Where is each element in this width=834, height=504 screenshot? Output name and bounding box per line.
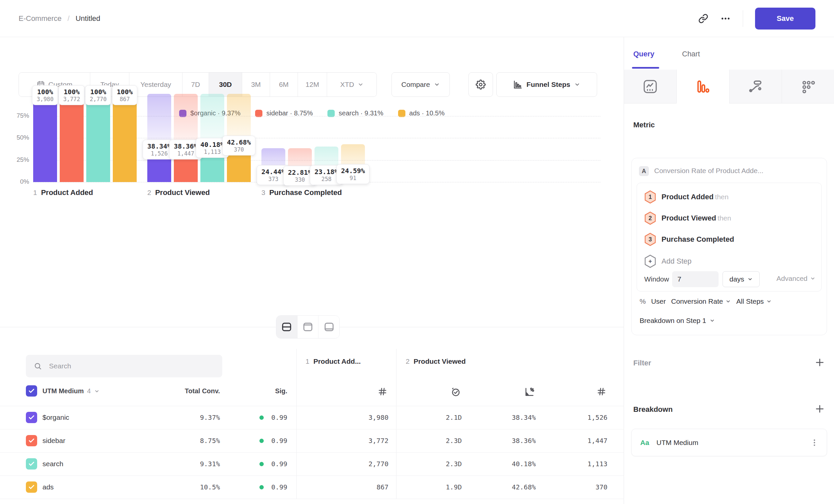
funnel-bar-ads[interactable] — [113, 94, 137, 182]
step-number: 3 — [261, 189, 265, 197]
step-name: Product Viewed — [155, 188, 210, 197]
measure-metric-dropdown[interactable]: Conversion Rate — [671, 297, 731, 305]
cell-step2-rate: 42.68% — [463, 483, 536, 491]
flows-icon — [748, 79, 763, 94]
row-label: ads — [42, 483, 54, 491]
cell-sig: 0.99 — [214, 483, 287, 491]
cell-step1-count: 3,980 — [315, 413, 389, 421]
measure-scope-dropdown[interactable]: All Steps — [736, 297, 772, 305]
y-axis-tick: 0% — [9, 178, 29, 185]
breakdown-column-header[interactable]: UTM Medium 4 — [42, 387, 100, 395]
funnel-bar-sidebar[interactable] — [60, 94, 84, 182]
tab-insights-report[interactable] — [624, 70, 676, 104]
chevron-down-icon — [94, 389, 100, 394]
step-name: Product Add... — [313, 358, 361, 365]
breakdown-value-count: 4 — [87, 387, 91, 395]
view-toggle-table-only-view[interactable] — [318, 316, 339, 338]
add-step-button[interactable]: +Add Step — [644, 255, 692, 268]
window-value-input[interactable] — [672, 271, 719, 287]
cell-step2-rate: 38.36% — [463, 437, 536, 445]
step-badge-hexagon: 3 — [644, 233, 656, 246]
window-unit-label: days — [729, 275, 744, 283]
svg-text:1: 1 — [649, 193, 652, 200]
query-step-2[interactable]: 2Product Viewed then — [644, 211, 731, 225]
row-checkbox[interactable] — [26, 435, 37, 446]
table-step2-header: 2 Product Viewed — [406, 358, 466, 365]
split-view-icon — [281, 322, 292, 332]
query-step-1[interactable]: 1Product Added then — [644, 190, 728, 204]
more-options-button[interactable] — [720, 13, 731, 24]
link-icon — [698, 14, 708, 24]
cell-step1-count: 2,770 — [315, 460, 389, 468]
measure-entity[interactable]: User — [651, 297, 666, 305]
step-number: 1 — [33, 189, 37, 197]
cell-step2-count: 1,113 — [534, 460, 608, 468]
bar-count-value: 1,113 — [200, 148, 224, 156]
metric-summary[interactable]: Conversion Rate of Product Adde... — [654, 167, 763, 175]
select-all-checkbox[interactable] — [26, 385, 37, 396]
save-button[interactable]: Save — [755, 8, 815, 29]
breadcrumb: E-Commerce / Untitled — [19, 0, 100, 37]
check-icon — [28, 484, 35, 490]
conv-rate-metric-header[interactable] — [524, 387, 535, 398]
breadcrumb-project[interactable]: E-Commerce — [19, 14, 62, 23]
svg-text:+: + — [649, 258, 652, 265]
search-input[interactable] — [49, 362, 214, 370]
tab-query[interactable]: Query — [633, 50, 655, 59]
breadcrumb-report-title[interactable]: Untitled — [75, 14, 101, 23]
share-link-button[interactable] — [698, 14, 708, 24]
add-breakdown-button[interactable] — [815, 404, 825, 415]
table-column-divider — [396, 349, 396, 499]
table-only-view-icon — [324, 322, 335, 332]
window-label: Window — [644, 275, 669, 283]
plus-icon — [815, 404, 825, 414]
step-event-name: Product Added — [661, 193, 714, 201]
count-metric-header[interactable] — [377, 387, 388, 398]
row-checkbox[interactable] — [26, 481, 37, 493]
breakdown-property-card[interactable]: Aa UTM Medium — [631, 429, 827, 456]
window-unit-dropdown[interactable]: days — [723, 271, 760, 287]
advanced-dropdown[interactable]: Advanced — [776, 275, 815, 282]
view-toggle-chart-only-view[interactable] — [297, 316, 319, 338]
bar-rate-value: 24.44% — [261, 168, 285, 176]
tab-retention-report[interactable] — [782, 70, 834, 104]
avg-time-metric-header[interactable] — [451, 387, 461, 398]
cell-total-conv: 8.75% — [147, 437, 220, 445]
add-filter-button[interactable] — [815, 358, 825, 368]
sig-column-header[interactable]: Sig. — [238, 387, 287, 395]
breakdown-on-step-dropdown[interactable]: Breakdown on Step 1 — [640, 317, 715, 325]
bar-count-value: 373 — [261, 176, 285, 183]
count-metric-header[interactable] — [596, 387, 607, 398]
funnel-bar-organic[interactable] — [33, 94, 57, 182]
tab-chart[interactable]: Chart — [682, 50, 700, 59]
row-divider — [0, 452, 624, 453]
measure-metric-label: Conversion Rate — [671, 297, 723, 305]
cell-total-conv: 9.31% — [147, 460, 220, 468]
breakdown-on-label: Breakdown on Step 1 — [640, 317, 706, 325]
measure-row: % User Conversion Rate All Steps — [640, 297, 772, 305]
chevron-down-icon — [726, 299, 731, 304]
funnel-steps-card: 1Product Added then2Product Viewed then3… — [637, 183, 822, 292]
chart-step-label-2: 2Product Viewed — [147, 188, 210, 197]
bar-rate-value: 22.81% — [288, 168, 312, 177]
ellipsis-icon — [720, 13, 731, 24]
total-conv-column-header[interactable]: Total Conv. — [154, 387, 220, 395]
tab-flows-report[interactable] — [729, 70, 782, 104]
query-step-3[interactable]: 3Purchase Completed — [644, 233, 734, 246]
breadcrumb-separator: / — [68, 14, 70, 23]
svg-text:2: 2 — [649, 215, 652, 222]
bar-count-value: 2,770 — [90, 96, 107, 103]
row-checkbox[interactable] — [26, 458, 37, 469]
bar-value-label: 100%2,770 — [85, 85, 111, 105]
string-type-badge: Aa — [640, 439, 649, 446]
breakdown-options-button[interactable] — [810, 438, 819, 447]
active-tab-underline — [632, 67, 659, 69]
topbar-divider — [743, 10, 743, 27]
chevron-down-icon — [810, 276, 815, 281]
view-toggle-split-view[interactable] — [276, 316, 297, 338]
row-checkbox[interactable] — [26, 412, 37, 423]
cell-total-conv: 10.5% — [147, 483, 220, 491]
tab-funnels-report[interactable] — [676, 70, 729, 104]
y-axis-tick: 50% — [9, 134, 29, 141]
funnel-bar-search[interactable] — [86, 94, 110, 182]
